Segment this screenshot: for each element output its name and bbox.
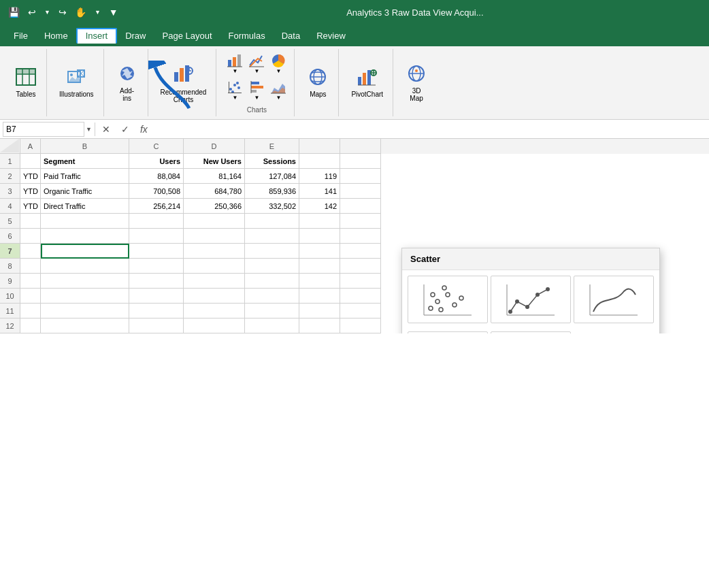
cell-e10[interactable] [245, 289, 299, 304]
cell-a10[interactable] [20, 289, 41, 304]
cell-b1[interactable]: Segment [41, 154, 129, 169]
cell-f1[interactable] [299, 154, 340, 169]
cell-e8[interactable] [245, 259, 299, 274]
cell-g6[interactable] [340, 229, 381, 244]
cell-b9[interactable] [41, 274, 129, 289]
cell-d3[interactable]: 684,780 [184, 184, 245, 199]
cell-e3[interactable]: 859,936 [245, 184, 299, 199]
scatter-chart-button[interactable]: ▼ [225, 78, 245, 102]
name-box-dropdown[interactable]: ▼ [86, 126, 92, 133]
cell-a8[interactable] [20, 259, 41, 274]
cell-e6[interactable] [245, 229, 299, 244]
tables-button[interactable]: Tables [11, 65, 41, 100]
cell-c8[interactable] [129, 259, 184, 274]
illustrations-button[interactable]: Illustrations [55, 65, 98, 100]
menu-draw[interactable]: Draw [117, 28, 154, 44]
cell-c4[interactable]: 256,214 [129, 199, 184, 214]
pivotchart-button[interactable]: PivotChart [347, 65, 387, 100]
cell-c11[interactable] [129, 304, 184, 318]
redo-icon[interactable]: ↪ [56, 5, 69, 19]
cell-c6[interactable] [129, 229, 184, 244]
col-header-f[interactable] [299, 139, 340, 154]
customize-icon[interactable]: ▼ [106, 5, 121, 19]
menu-insert[interactable]: Insert [76, 28, 118, 44]
cell-c2[interactable]: 88,084 [129, 169, 184, 184]
cell-c1[interactable]: Users [129, 154, 184, 169]
touch-dropdown-icon[interactable]: ▼ [92, 7, 103, 17]
cell-e9[interactable] [245, 274, 299, 289]
addins-button[interactable]: Add-ins [112, 62, 142, 104]
menu-home[interactable]: Home [36, 28, 76, 44]
cell-f10[interactable] [299, 289, 340, 304]
menu-data[interactable]: Data [274, 28, 308, 44]
cell-c9[interactable] [129, 274, 184, 289]
cell-d7[interactable] [184, 244, 245, 259]
formula-input[interactable] [154, 123, 706, 135]
col-header-c[interactable]: C [129, 139, 184, 154]
undo-dropdown-icon[interactable]: ▼ [42, 7, 53, 17]
cell-f3[interactable]: 141 [299, 184, 340, 199]
cell-a1[interactable] [20, 154, 41, 169]
cell-e1[interactable]: Sessions [245, 154, 299, 169]
chart-type-dropdown[interactable]: Scatter [401, 248, 660, 333]
area-chart-button[interactable]: ▼ [268, 78, 288, 102]
fx-button[interactable]: fx [136, 122, 152, 136]
cell-d9[interactable] [184, 274, 245, 289]
maps-button[interactable]: Maps [303, 65, 333, 100]
col-header-e[interactable]: E [245, 139, 299, 154]
cell-f9[interactable] [299, 274, 340, 289]
cell-a6[interactable] [20, 229, 41, 244]
cell-b7[interactable] [41, 244, 129, 259]
scatter-smooth-thumb[interactable] [574, 276, 654, 323]
cell-f12[interactable] [299, 318, 340, 333]
col-header-d[interactable]: D [184, 139, 245, 154]
cell-b5[interactable] [41, 214, 129, 229]
scatter-dots-thumb[interactable] [408, 276, 488, 323]
cell-f7[interactable] [299, 244, 340, 259]
cell-a5[interactable] [20, 214, 41, 229]
cell-b6[interactable] [41, 229, 129, 244]
touch-icon[interactable]: ✋ [72, 5, 89, 19]
bar-chart-button[interactable]: ▼ [246, 78, 267, 102]
cell-b12[interactable] [41, 318, 129, 333]
cell-b10[interactable] [41, 289, 129, 304]
pie-chart-button[interactable]: ▼ [268, 52, 288, 76]
cell-a3[interactable]: YTD [20, 184, 41, 199]
cell-g8[interactable] [340, 259, 381, 274]
recommended-charts-button[interactable]: RecommendedCharts [156, 61, 211, 105]
cell-b4[interactable]: Direct Traffic [41, 199, 129, 214]
cell-a12[interactable] [20, 318, 41, 333]
cell-a7[interactable] [20, 244, 41, 259]
cell-g9[interactable] [340, 274, 381, 289]
cell-e4[interactable]: 332,502 [245, 199, 299, 214]
cell-f11[interactable] [299, 304, 340, 318]
menu-file[interactable]: File [5, 28, 36, 44]
cell-b8[interactable] [41, 259, 129, 274]
menu-review[interactable]: Review [308, 28, 354, 44]
col-header-g[interactable] [340, 139, 381, 154]
cell-g10[interactable] [340, 289, 381, 304]
3dmap-button[interactable]: 3DMap [401, 62, 431, 104]
cell-b11[interactable] [41, 304, 129, 318]
cell-c10[interactable] [129, 289, 184, 304]
cell-c12[interactable] [129, 318, 184, 333]
cell-d8[interactable] [184, 259, 245, 274]
cell-g11[interactable] [340, 304, 381, 318]
menu-formulas[interactable]: Formulas [220, 28, 274, 44]
cell-f6[interactable] [299, 229, 340, 244]
undo-icon[interactable]: ↩ [25, 5, 39, 19]
name-box[interactable] [3, 122, 84, 137]
cell-b3[interactable]: Organic Traffic [41, 184, 129, 199]
cell-g4[interactable] [340, 199, 381, 214]
cell-d6[interactable] [184, 229, 245, 244]
cell-d5[interactable] [184, 214, 245, 229]
col-header-a[interactable]: A [20, 139, 41, 154]
cell-g5[interactable] [340, 214, 381, 229]
cell-e12[interactable] [245, 318, 299, 333]
line-chart-button[interactable]: ▼ [246, 52, 267, 76]
cell-e7[interactable] [245, 244, 299, 259]
cell-c5[interactable] [129, 214, 184, 229]
scatter-connected-thumb[interactable] [408, 331, 488, 333]
scatter-smooth2-thumb[interactable] [491, 331, 571, 333]
cell-d1[interactable]: New Users [184, 154, 245, 169]
